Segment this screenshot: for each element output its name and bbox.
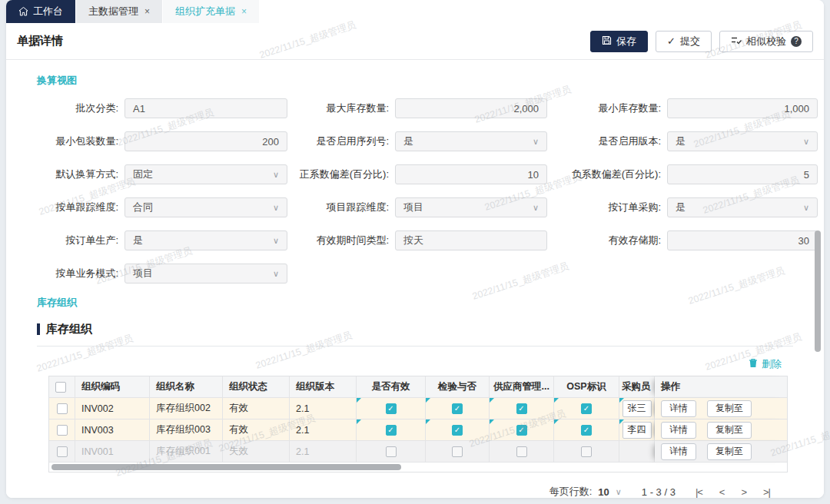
validity-time-type-field[interactable]: 按天 <box>395 230 547 250</box>
inspect-checkbox[interactable] <box>452 403 463 414</box>
last-page-icon[interactable] <box>763 486 770 498</box>
vendor-managed-checkbox[interactable] <box>516 425 527 436</box>
vertical-scrollbar-thumb[interactable] <box>815 230 821 352</box>
valid-checkbox[interactable] <box>386 403 397 414</box>
valid-checkbox[interactable] <box>386 446 397 457</box>
tab-master-data[interactable]: 主数据管理 <box>76 0 163 23</box>
enable-serial-select[interactable]: 是 <box>395 131 547 151</box>
osp-checkbox[interactable] <box>581 425 592 436</box>
positive-deviation-field[interactable]: 10 <box>395 164 547 184</box>
help-icon[interactable]: ? <box>791 36 802 47</box>
cell-inspect <box>426 419 490 441</box>
next-page-icon[interactable] <box>741 486 746 498</box>
buyer-input[interactable]: 李四 <box>622 422 652 439</box>
cell-vendor-managed <box>490 398 554 419</box>
tab-bar: 工作台 主数据管理 组织扩充单据 <box>6 0 824 23</box>
cell-name: 库存组织003 <box>150 419 223 441</box>
conversion-form: 批次分类: A1 最大库存数量: 2,000 最小库存数量: 1,000 最小包… <box>35 98 824 284</box>
vendor-managed-checkbox[interactable] <box>516 403 527 414</box>
horizontal-scrollbar[interactable] <box>49 463 787 472</box>
field-label: 按订单生产: <box>35 234 118 247</box>
max-stock-qty-field[interactable]: 2,000 <box>395 98 547 118</box>
cell-valid <box>357 441 426 463</box>
chevron-down-icon <box>273 236 279 246</box>
field-value: 200 <box>262 136 279 148</box>
col-header-name: 组织名称 <box>150 376 223 398</box>
field-value: 是 <box>133 234 143 247</box>
min-package-qty-field[interactable]: 200 <box>124 131 287 151</box>
copy-to-button[interactable]: 复制至 <box>707 422 752 439</box>
close-icon[interactable] <box>144 6 150 17</box>
copy-to-button[interactable]: 复制至 <box>707 443 752 460</box>
delete-button[interactable]: 删除 <box>749 357 782 371</box>
field-value: 10 <box>528 169 539 181</box>
page-header: 单据详情 保存 提交 相似校验 ? <box>6 23 824 60</box>
detail-button[interactable]: 详情 <box>661 400 696 417</box>
save-button[interactable]: 保存 <box>590 31 648 52</box>
buyer-input[interactable]: 张三 <box>622 400 652 417</box>
chevron-down-icon <box>273 170 279 180</box>
field-value: 是 <box>676 201 686 214</box>
row-checkbox[interactable] <box>57 446 68 457</box>
cell-status: 失效 <box>223 441 290 463</box>
batch-class-field[interactable]: A1 <box>124 98 287 118</box>
field-label: 是否启用版本: <box>553 134 661 148</box>
similar-check-button[interactable]: 相似校验 ? <box>719 31 813 52</box>
chevron-down-icon <box>273 269 279 279</box>
field-value: 是 <box>676 134 686 148</box>
chevron-down-icon <box>803 203 809 213</box>
col-header-vendor-managed: 供应商管理... <box>490 376 554 398</box>
osp-checkbox[interactable] <box>581 446 592 457</box>
col-header-version: 组织版本 <box>290 376 357 398</box>
purchase-by-order-select[interactable]: 是 <box>667 197 818 217</box>
row-checkbox[interactable] <box>57 425 68 436</box>
close-icon[interactable] <box>241 6 247 17</box>
submit-button[interactable]: 提交 <box>656 31 712 52</box>
enable-version-select[interactable]: 是 <box>667 131 818 151</box>
chevron-down-icon[interactable] <box>616 487 622 497</box>
negative-deviation-field[interactable]: 5 <box>667 164 818 184</box>
produce-by-order-select[interactable]: 是 <box>124 230 287 250</box>
validity-storage-period-field[interactable]: 30 <box>667 230 818 250</box>
cell-version: 2.1 <box>290 398 357 419</box>
inspect-checkbox[interactable] <box>452 425 463 436</box>
field-value: 1,000 <box>784 103 809 114</box>
cell-code: INV001 <box>75 441 150 463</box>
tab-org-expansion-doc[interactable]: 组织扩充单据 <box>163 0 260 23</box>
field-label: 最小库存数量: <box>553 101 661 115</box>
project-tracking-dim-select[interactable]: 项目 <box>395 197 547 217</box>
select-all-checkbox[interactable] <box>55 382 66 393</box>
horizontal-scrollbar-thumb[interactable] <box>51 464 401 470</box>
vendor-managed-checkbox[interactable] <box>516 446 527 457</box>
order-business-mode-select[interactable]: 项目 <box>124 264 287 284</box>
row-checkbox[interactable] <box>57 403 68 414</box>
field-label: 是否启用序列号: <box>294 134 389 148</box>
copy-to-button[interactable]: 复制至 <box>707 400 752 417</box>
vertical-scrollbar[interactable] <box>815 66 821 493</box>
field-value: 项目 <box>133 267 153 280</box>
rows-per-page-value[interactable]: 10 <box>598 486 609 498</box>
default-conversion-select[interactable]: 固定 <box>124 164 287 184</box>
prev-page-icon[interactable] <box>719 486 725 498</box>
field-value: 是 <box>403 134 413 148</box>
table-toolbar: 删除 <box>48 357 782 371</box>
order-tracking-dim-select[interactable]: 合同 <box>124 197 287 217</box>
detail-button[interactable]: 详情 <box>661 443 696 460</box>
tab-workbench[interactable]: 工作台 <box>6 0 76 23</box>
chevron-down-icon <box>803 137 809 147</box>
field-label: 有效期时间类型: <box>294 234 389 247</box>
cell-buyer: 李四 <box>619 419 655 441</box>
header-actions: 保存 提交 相似校验 ? <box>590 31 813 52</box>
min-stock-qty-field[interactable]: 1,000 <box>667 98 818 118</box>
col-header-actions: 操作 <box>655 376 787 398</box>
save-label: 保存 <box>616 35 636 48</box>
inventory-org-table: 组织编码 组织名称 组织状态 组织版本 是否有效 检验与否 供应商管理... O… <box>48 376 788 472</box>
osp-checkbox[interactable] <box>581 403 592 414</box>
detail-button[interactable]: 详情 <box>661 422 696 439</box>
cell-buyer <box>619 441 655 463</box>
first-page-icon[interactable] <box>696 486 702 498</box>
inspect-checkbox[interactable] <box>452 446 463 457</box>
valid-checkbox[interactable] <box>386 425 397 436</box>
field-label: 按单跟踪维度: <box>35 201 118 214</box>
field-value: 项目 <box>403 201 423 214</box>
